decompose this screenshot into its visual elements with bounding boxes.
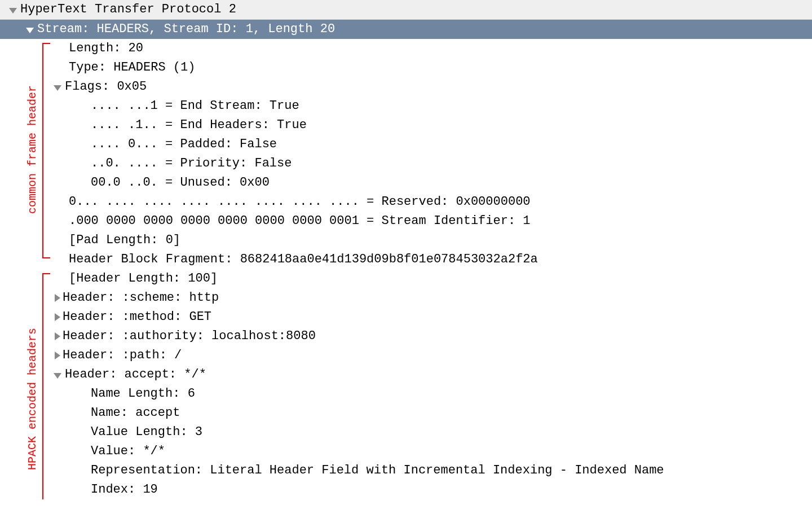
- tree-row-repr[interactable]: Representation: Literal Header Field wit…: [0, 461, 812, 480]
- chevron-down-icon[interactable]: [54, 373, 61, 379]
- tree-row-stream[interactable]: Stream: HEADERS, Stream ID: 1, Length 20: [0, 20, 812, 39]
- value-length: Value Length: 3: [91, 423, 202, 442]
- tree-row-valuelen[interactable]: Value Length: 3: [0, 423, 812, 442]
- header-block-fragment: Header Block Fragment: 8682418aa0e41d139…: [69, 250, 538, 269]
- packet-details-pane: HyperText Transfer Protocol 2 Stream: HE…: [0, 0, 812, 499]
- tree-row-reserved[interactable]: 0... .... .... .... .... .... .... .... …: [0, 192, 812, 212]
- header-method: Header: :method: GET: [63, 308, 211, 327]
- header-path: Header: :path: /: [63, 346, 182, 365]
- root-title: HyperText Transfer Protocol 2: [20, 0, 236, 19]
- chevron-down-icon[interactable]: [9, 8, 17, 14]
- tree-row-streamid[interactable]: .000 0000 0000 0000 0000 0000 0000 0001 …: [0, 212, 812, 231]
- tree-row-flag-endheaders[interactable]: .... .1.. = End Headers: True: [0, 116, 812, 135]
- tree-row-hlen[interactable]: [Header Length: 100]: [0, 269, 812, 288]
- type-label: Type: HEADERS (1): [69, 58, 195, 77]
- tree-row-flag-unused[interactable]: 00.0 ..0. = Unused: 0x00: [0, 173, 812, 192]
- length-label: Length: 20: [69, 39, 143, 58]
- value-value: Value: */*: [91, 442, 165, 461]
- tree-row-length[interactable]: Length: 20: [0, 39, 812, 58]
- name-value: Name: accept: [91, 403, 180, 423]
- tree-row-h4[interactable]: Header: :path: /: [0, 346, 812, 365]
- tree-row-root[interactable]: HyperText Transfer Protocol 2: [0, 0, 812, 20]
- tree-row-namelen[interactable]: Name Length: 6: [0, 384, 812, 403]
- flag-unused: 00.0 ..0. = Unused: 0x00: [91, 173, 270, 192]
- header-authority: Header: :authority: localhost:8080: [63, 327, 316, 346]
- chevron-down-icon[interactable]: [26, 28, 34, 33]
- tree-row-index[interactable]: Index: 19: [0, 480, 812, 499]
- tree-row-flags[interactable]: Flags: 0x05: [0, 77, 812, 96]
- tree-row-type[interactable]: Type: HEADERS (1): [0, 58, 812, 77]
- tree-row-flag-priority[interactable]: ..0. .... = Priority: False: [0, 154, 812, 173]
- flag-endheaders: .... .1.. = End Headers: True: [91, 116, 307, 135]
- header-length: [Header Length: 100]: [69, 269, 218, 288]
- bracket-hpack: [42, 273, 50, 499]
- tree-row-h1[interactable]: Header: :scheme: http: [0, 288, 812, 308]
- tree-row-flag-padded[interactable]: .... 0... = Padded: False: [0, 135, 812, 154]
- name-length: Name Length: 6: [91, 384, 195, 403]
- flag-endstream: .... ...1 = End Stream: True: [91, 96, 299, 116]
- flag-padded: .... 0... = Padded: False: [91, 135, 277, 154]
- tree-row-value[interactable]: Value: */*: [0, 442, 812, 461]
- bracket-label-hpack: HPACK encoded headers: [24, 273, 41, 499]
- reserved: 0... .... .... .... .... .... .... .... …: [69, 192, 531, 212]
- tree-row-hbf[interactable]: Header Block Fragment: 8682418aa0e41d139…: [0, 250, 812, 269]
- tree-row-h5[interactable]: Header: accept: */*: [0, 365, 812, 384]
- padlen: [Pad Length: 0]: [69, 231, 180, 250]
- stream-title: Stream: HEADERS, Stream ID: 1, Length 20: [37, 20, 335, 39]
- tree-row-name[interactable]: Name: accept: [0, 403, 812, 423]
- tree-row-h2[interactable]: Header: :method: GET: [0, 308, 812, 327]
- chevron-right-icon[interactable]: [55, 332, 60, 340]
- flag-priority: ..0. .... = Priority: False: [91, 154, 292, 173]
- chevron-right-icon[interactable]: [55, 352, 60, 359]
- tree-row-padlen[interactable]: [Pad Length: 0]: [0, 231, 812, 250]
- chevron-down-icon[interactable]: [54, 85, 61, 91]
- header-scheme: Header: :scheme: http: [63, 288, 219, 308]
- header-accept: Header: accept: */*: [65, 365, 206, 384]
- index: Index: 19: [91, 480, 158, 499]
- bracket-label-common: common frame header: [24, 43, 41, 256]
- representation: Representation: Literal Header Field wit…: [91, 461, 664, 480]
- streamid: .000 0000 0000 0000 0000 0000 0000 0001 …: [69, 212, 531, 231]
- tree-row-flag-endstream[interactable]: .... ...1 = End Stream: True: [0, 96, 812, 116]
- tree-row-h3[interactable]: Header: :authority: localhost:8080: [0, 327, 812, 346]
- flags-label: Flags: 0x05: [65, 77, 147, 96]
- chevron-right-icon[interactable]: [55, 294, 60, 302]
- bracket-common-frame: [42, 43, 50, 258]
- chevron-right-icon[interactable]: [55, 313, 60, 321]
